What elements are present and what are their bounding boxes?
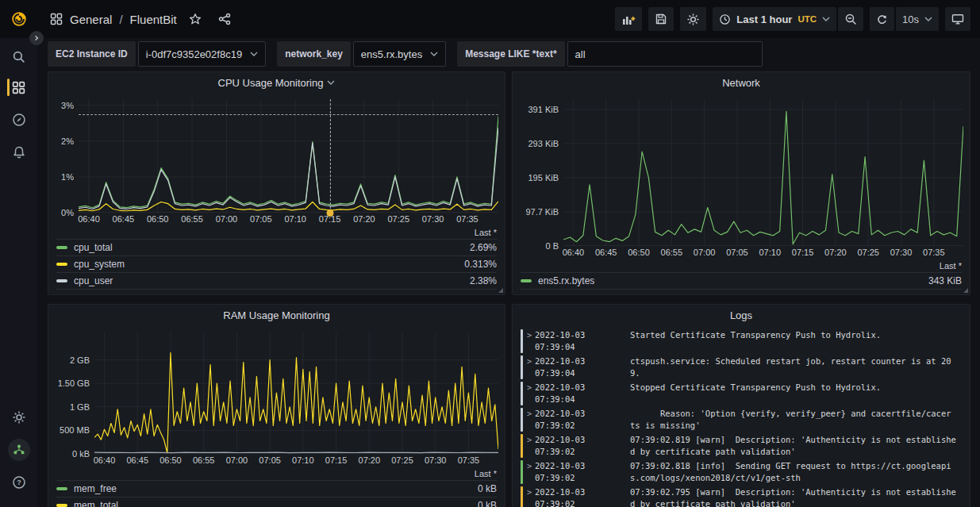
panel-title[interactable]: CPU Usage Monitoring — [48, 72, 505, 93]
x-axis-tick-label: 07:10 — [292, 455, 314, 465]
x-axis-tick-label: 07:30 — [422, 214, 444, 224]
server-admin-badge — [8, 439, 30, 461]
x-axis-tick-label: 06:55 — [661, 248, 683, 257]
legend-item[interactable]: ens5.rx.bytes343 KiB — [521, 272, 962, 290]
legend-item[interactable]: cpu_total2.69% — [56, 239, 497, 255]
grafana-logo[interactable] — [0, 10, 37, 28]
log-expand-chevron[interactable]: > — [527, 408, 535, 432]
sidebar-expand-button[interactable] — [29, 31, 44, 45]
panel-title[interactable]: RAM Usage Monitoring — [48, 305, 505, 325]
sidebar-item-dashboards[interactable] — [0, 72, 37, 102]
refresh-icon — [876, 13, 888, 25]
log-timestamp: 2022-10-03 07:39:02 — [535, 460, 630, 484]
clock-icon — [719, 13, 731, 25]
breadcrumb-section[interactable]: General — [70, 13, 112, 26]
message-filter-input[interactable]: all — [567, 41, 763, 67]
log-timestamp: 2022-10-03 07:39:04 — [535, 382, 630, 405]
add-panel-button[interactable] — [615, 7, 642, 31]
log-row[interactable]: >2022-10-03 07:39:02 Reason: 'Option {ve… — [521, 408, 963, 432]
log-message: Started Certificate Transparency Push to… — [630, 329, 956, 353]
y-axis-tick-label: 500 MB — [60, 425, 90, 435]
legend-header: Last * — [521, 260, 962, 272]
cycle-view-mode-button[interactable] — [945, 7, 970, 31]
x-axis-tick-label: 07:05 — [726, 248, 748, 257]
star-icon — [189, 13, 202, 25]
x-axis-tick-label: 07:15 — [325, 455, 348, 465]
bell-icon — [12, 145, 26, 159]
log-expand-chevron[interactable]: > — [527, 486, 535, 507]
sidebar-item-alerting[interactable] — [0, 137, 37, 167]
log-timestamp: 2022-10-03 07:39:02 — [535, 486, 630, 507]
log-row[interactable]: >2022-10-03 07:39:04ctspush.service: Sch… — [521, 355, 963, 379]
svg-text:?: ? — [17, 478, 21, 486]
variable-label: Message LIKE *text* — [457, 41, 564, 67]
log-row[interactable]: >2022-10-03 07:39:0207:39:02.818 [info] … — [521, 460, 963, 484]
grafana-logo-icon — [10, 10, 28, 28]
log-timestamp: 2022-10-03 07:39:04 — [535, 329, 630, 353]
x-axis: 06:4006:4506:5006:5507:0007:0507:1007:15… — [563, 246, 963, 259]
variable-ec2-instance: EC2 Instance ID i-0df7c9352e02f8c19 — [48, 41, 266, 67]
sidebar-item-explore[interactable] — [0, 105, 37, 135]
log-level-bar — [521, 434, 523, 458]
log-timestamp: 2022-10-03 07:39:02 — [535, 434, 630, 458]
breadcrumb: General / FluentBit — [50, 13, 236, 26]
y-axis-tick-label: 0 kB — [72, 449, 90, 459]
refresh-button[interactable] — [870, 7, 894, 31]
ec2-instance-select[interactable]: i-0df7c9352e02f8c19 — [138, 41, 266, 67]
panel-title[interactable]: Network — [513, 72, 970, 93]
panel-title-text: RAM Usage Monitoring — [223, 309, 329, 321]
log-timestamp: 2022-10-03 07:39:04 — [535, 355, 630, 379]
top-nav: General / FluentBit — [0, 0, 980, 38]
y-axis: 0 B97.7 KiB195 KiB293 KiB391 KiB — [519, 99, 563, 246]
y-axis-tick-label: 0 B — [545, 241, 559, 251]
x-axis-tick-label: 07:20 — [824, 248, 847, 257]
legend-item[interactable]: cpu_user2.38% — [56, 272, 497, 290]
y-axis: 0 kB500 MB1 GB1.50 GB2 GB — [55, 332, 94, 454]
network-key-select[interactable]: ens5.rx.bytes — [353, 41, 446, 67]
log-message: 07:39:02.819 [warn] Description: 'Authen… — [630, 434, 956, 458]
x-axis-tick-label: 06:50 — [628, 248, 650, 257]
save-icon — [655, 13, 667, 25]
dashboard-settings-button[interactable] — [680, 7, 706, 31]
y-axis-tick-label: 391 KiB — [528, 105, 559, 114]
timezone-label: UTC — [797, 14, 817, 24]
series-color-swatch — [56, 246, 67, 249]
log-row[interactable]: >2022-10-03 07:39:04Stopped Certificate … — [521, 382, 963, 405]
variable-value: all — [575, 48, 586, 60]
sidebar-item-configuration[interactable] — [0, 402, 37, 432]
time-range-picker[interactable]: Last 1 hour UTC — [713, 7, 836, 31]
star-button[interactable] — [184, 13, 206, 25]
cluster-icon — [13, 444, 25, 456]
log-row[interactable]: >2022-10-03 07:39:0207:39:02.819 [warn] … — [521, 434, 963, 458]
zoom-out-time-button[interactable] — [838, 7, 863, 31]
log-row[interactable]: >2022-10-03 07:39:04Started Certificate … — [521, 329, 963, 353]
legend-item[interactable]: cpu_system0.313% — [56, 255, 497, 272]
chevron-down-icon — [327, 80, 335, 85]
log-expand-chevron[interactable]: > — [527, 382, 535, 405]
chart-plot[interactable] — [79, 99, 498, 213]
save-dashboard-button[interactable] — [648, 7, 674, 31]
log-expand-chevron[interactable]: > — [527, 329, 535, 353]
legend: Last *cpu_total2.69%cpu_system0.313%cpu_… — [48, 225, 505, 294]
panel-title[interactable]: Logs — [513, 305, 970, 325]
panel-ram-usage: RAM Usage Monitoring 0 kB500 MB1 GB1.50 … — [48, 304, 505, 507]
series-color-swatch — [56, 263, 67, 266]
log-expand-chevron[interactable]: > — [527, 434, 535, 458]
search-button[interactable] — [0, 41, 37, 71]
log-expand-chevron[interactable]: > — [527, 460, 535, 484]
sidebar: ? — [0, 38, 37, 507]
variables-bar: EC2 Instance ID i-0df7c9352e02f8c19 netw… — [37, 38, 980, 70]
share-button[interactable] — [213, 13, 236, 25]
chart-plot[interactable] — [563, 99, 963, 246]
log-expand-chevron[interactable]: > — [527, 355, 535, 379]
series-name: mem_free — [74, 483, 117, 494]
refresh-interval-picker[interactable]: 10s — [896, 7, 939, 31]
legend-item[interactable]: mem_total0 kB — [56, 497, 497, 507]
log-level-bar — [521, 382, 523, 405]
breadcrumb-page[interactable]: FluentBit — [130, 13, 177, 26]
legend-item[interactable]: mem_free0 kB — [56, 480, 497, 497]
log-row[interactable]: >2022-10-03 07:39:0207:39:02.795 [warn] … — [521, 486, 963, 507]
chart-plot[interactable] — [94, 332, 498, 454]
sidebar-item-help[interactable]: ? — [0, 467, 37, 497]
sidebar-item-server-admin[interactable] — [0, 435, 37, 465]
